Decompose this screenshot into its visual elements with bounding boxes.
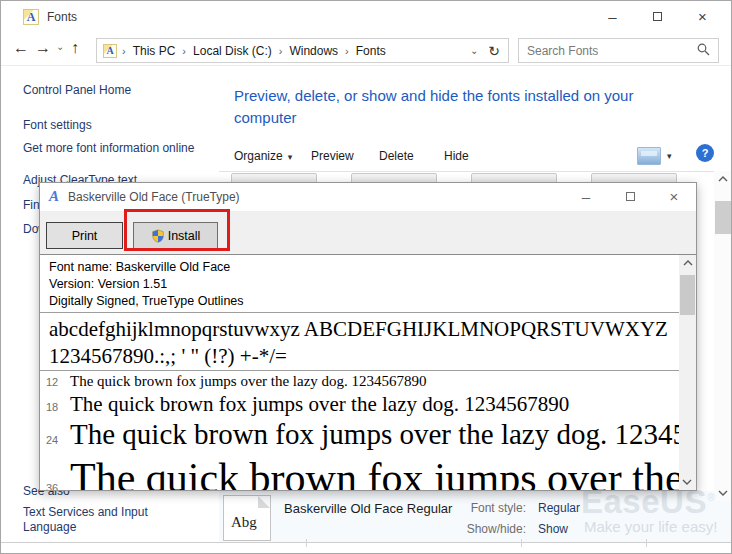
watermark-tagline: Make your life easy! — [584, 518, 717, 535]
close-button[interactable]: × — [680, 1, 725, 31]
font-preview-page-icon: Abg — [223, 495, 271, 541]
sidebar-item-font-settings[interactable]: Font settings — [23, 118, 201, 133]
sidebar-item-control-panel-home[interactable]: Control Panel Home — [23, 83, 201, 98]
sample-text: The quick brown fox jumps over the lazy … — [70, 418, 696, 451]
dialog-scrollbar[interactable] — [679, 255, 696, 490]
font-info-version: Version: Version 1.51 — [49, 276, 167, 293]
dialog-window-controls: – × — [564, 183, 696, 210]
hide-button[interactable]: Hide — [444, 149, 469, 163]
delete-button[interactable]: Delete — [379, 149, 414, 163]
help-icon: ? — [702, 147, 709, 159]
maximize-button[interactable] — [635, 1, 680, 31]
alphabet-line-1: abcdefghijklmnopqrstuvwxyz ABCDEFGHIJKLM… — [49, 316, 679, 342]
highlight-rectangle — [124, 209, 230, 251]
sample-text-block: 12 The quick brown fox jumps over the la… — [44, 373, 679, 490]
font-viewer-icon: A — [49, 188, 59, 205]
sidebar-item-get-more-font-info[interactable]: Get more font information online — [23, 141, 201, 156]
scrollbar-up-icon[interactable] — [718, 176, 728, 182]
organize-label: Organize — [234, 149, 283, 163]
maximize-icon — [626, 192, 635, 201]
forward-arrow-icon: → — [35, 39, 51, 56]
minimize-icon: – — [608, 8, 616, 25]
sample-size-label: 18 — [44, 401, 70, 413]
sample-text: The quick brown fox jumps over the lazy … — [70, 392, 569, 417]
refresh-icon: ↻ — [488, 43, 500, 59]
address-dropdown-button[interactable]: ⌄ — [464, 45, 484, 56]
print-button[interactable]: Print — [46, 222, 123, 249]
preview-button[interactable]: Preview — [311, 149, 354, 163]
back-button[interactable]: ← — [13, 39, 29, 57]
up-button[interactable]: ↑ — [71, 39, 79, 57]
fonts-window: A Fonts – × ← → ⌄ ↑ A › This PC › Local … — [0, 0, 732, 554]
font-style-value: Regular — [538, 501, 580, 515]
change-view-button[interactable] — [637, 147, 661, 165]
search-input[interactable] — [519, 44, 697, 58]
show-hide-label: Show/hide: — [454, 522, 526, 536]
chevron-down-icon: ⌄ — [56, 41, 64, 52]
registered-mark: ® — [707, 491, 716, 503]
font-info-signature: Digitally Signed, TrueType Outlines — [49, 293, 244, 310]
scrollbar-thumb[interactable] — [680, 275, 695, 315]
divider — [40, 312, 679, 313]
sample-row-12: 12 The quick brown fox jumps over the la… — [44, 373, 679, 392]
minimize-icon: – — [582, 188, 590, 205]
window-title: Fonts — [47, 10, 77, 24]
chevron-down-icon: ▾ — [667, 151, 672, 161]
address-bar[interactable]: A › This PC › Local Disk (C:) › Windows … — [96, 38, 509, 63]
breadcrumb-fonts[interactable]: Fonts — [349, 44, 393, 58]
alphabet-line-2: 1234567890.:,; ' " (!?) +-*/= — [49, 343, 679, 369]
abg-glyphs: Abg — [231, 514, 257, 531]
main-scrollbar[interactable] — [714, 171, 732, 501]
close-icon: × — [698, 8, 707, 25]
dialog-title: Baskerville Old Face (TrueType) — [68, 190, 240, 204]
minimize-button[interactable]: – — [590, 1, 635, 31]
up-arrow-icon: ↑ — [71, 39, 79, 56]
sample-text: The quick brown fox jumps over the lazy … — [70, 373, 427, 390]
column-divider — [646, 539, 647, 547]
scrollbar-down-icon[interactable] — [682, 479, 692, 485]
show-hide-value: Show — [538, 522, 568, 536]
view-dropdown-button[interactable]: ▾ — [667, 151, 672, 161]
page-title: Preview, delete, or show and hide the fo… — [234, 85, 692, 129]
breadcrumb-windows[interactable]: Windows — [282, 44, 345, 58]
scrollbar-up-icon[interactable] — [683, 260, 693, 266]
sample-size-label: 24 — [44, 434, 70, 446]
titlebar: A Fonts – × — [1, 1, 731, 33]
fonts-app-icon: A — [23, 9, 39, 25]
sidebar-item-text-services[interactable]: Text Services and Input Language — [23, 505, 201, 535]
address-location-icon: A — [103, 44, 117, 58]
sample-size-label: 12 — [44, 376, 70, 388]
divider — [40, 370, 679, 371]
scrollbar-thumb[interactable] — [715, 201, 731, 234]
help-button[interactable]: ? — [696, 144, 714, 162]
dialog-preview-area: Font name: Baskerville Old Face Version:… — [40, 255, 696, 490]
sample-text: The quick brown fox jumps over the lazy … — [70, 454, 696, 490]
sample-row-24: 24 The quick brown fox jumps over the la… — [44, 418, 679, 454]
statusbar-divider — [1, 542, 731, 543]
sample-row-36: 36 The quick brown fox jumps over the la… — [44, 454, 679, 490]
refresh-button[interactable]: ↻ — [484, 43, 508, 59]
dialog-titlebar[interactable]: A Baskerville Old Face (TrueType) – × — [40, 183, 696, 211]
search-box — [518, 38, 719, 63]
chevron-down-icon: ⌄ — [470, 45, 478, 56]
dialog-minimize-button[interactable]: – — [564, 183, 608, 210]
selected-font-name: Baskerville Old Face Regular — [284, 501, 452, 516]
breadcrumb-local-disk[interactable]: Local Disk (C:) — [186, 44, 279, 58]
window-controls: – × — [590, 1, 725, 31]
chevron-down-icon: ▾ — [288, 152, 293, 162]
sample-size-label: 36 — [44, 482, 70, 490]
maximize-icon — [653, 12, 662, 21]
column-divider — [306, 539, 307, 547]
close-icon: × — [670, 188, 679, 205]
scrollbar-down-icon[interactable] — [718, 490, 728, 496]
forward-button[interactable]: → — [35, 39, 51, 57]
search-icon[interactable] — [697, 42, 710, 60]
recent-locations-button[interactable]: ⌄ — [56, 41, 64, 52]
font-preview-dialog: A Baskerville Old Face (TrueType) – × Pr… — [39, 182, 697, 491]
dialog-close-button[interactable]: × — [652, 183, 696, 210]
dialog-maximize-button[interactable] — [608, 183, 652, 210]
sample-row-18: 18 The quick brown fox jumps over the la… — [44, 392, 679, 418]
column-divider — [521, 539, 522, 547]
breadcrumb-this-pc[interactable]: This PC — [126, 44, 183, 58]
organize-button[interactable]: Organize▾ — [234, 149, 292, 163]
